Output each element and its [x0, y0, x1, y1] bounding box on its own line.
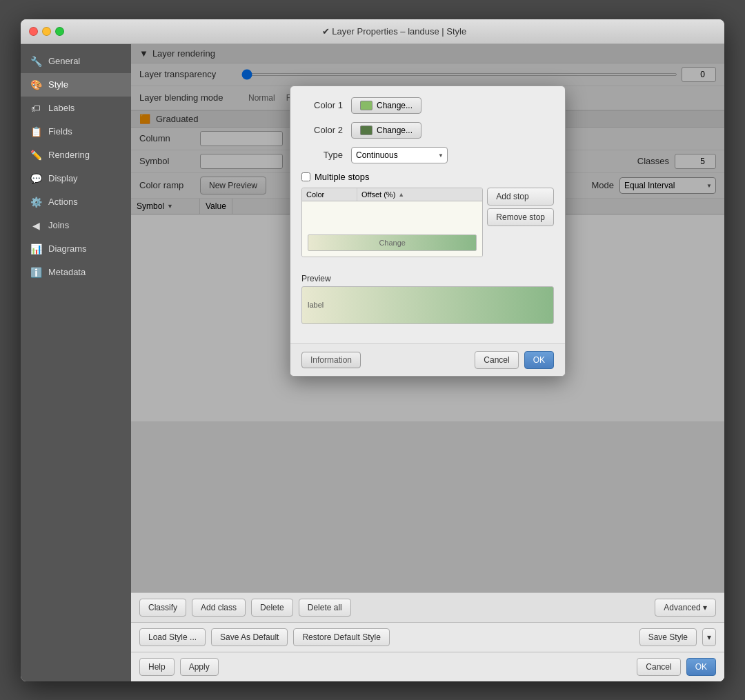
color1-row: Color 1 Change...: [301, 97, 554, 114]
type-select-wrapper: Continuous Discrete Random: [351, 147, 448, 163]
add-class-button[interactable]: Add class: [192, 599, 246, 617]
apply-button[interactable]: Apply: [180, 658, 219, 676]
ok-dialog-button[interactable]: OK: [524, 351, 554, 369]
type-label: Type: [301, 150, 343, 160]
save-style-arrow-button[interactable]: ▾: [702, 628, 716, 646]
sidebar-label-joins: Joins: [48, 220, 69, 230]
cancel-button[interactable]: Cancel: [637, 658, 680, 676]
load-style-button[interactable]: Load Style ...: [139, 628, 206, 646]
sidebar-item-style[interactable]: 🎨 Style: [21, 73, 131, 97]
color1-label: Color 1: [301, 100, 343, 110]
sidebar-item-joins[interactable]: ◀ Joins: [21, 214, 131, 237]
color2-swatch: [360, 126, 372, 135]
style-icon: 🎨: [29, 78, 43, 92]
multiple-stops-checkbox[interactable]: [301, 172, 310, 181]
type-select[interactable]: Continuous Discrete Random: [351, 147, 448, 163]
delete-button[interactable]: Delete: [251, 599, 293, 617]
color1-button-label: Change...: [377, 101, 413, 110]
metadata-icon: ℹ️: [29, 266, 43, 279]
stops-color-header: Color: [302, 188, 357, 201]
sidebar-item-display[interactable]: 💬 Display: [21, 167, 131, 190]
close-button[interactable]: [29, 27, 38, 36]
classify-button[interactable]: Classify: [139, 599, 186, 617]
information-button[interactable]: Information: [301, 352, 361, 368]
sidebar-label-display: Display: [48, 173, 78, 183]
sidebar-label-rendering: Rendering: [48, 150, 90, 160]
stops-color-label: Color: [306, 190, 324, 199]
window-buttons: [29, 27, 64, 36]
advanced-button[interactable]: Advanced ▾: [655, 599, 716, 617]
stops-change-hint: Change: [379, 239, 406, 247]
main-content: ▼ Layer rendering Layer transparency Lay…: [131, 44, 724, 681]
style-toolbar: Load Style ... Save As Default Restore D…: [131, 622, 724, 652]
sidebar-label-fields: Fields: [48, 126, 72, 137]
diagrams-icon: 📊: [29, 242, 43, 256]
cancel-dialog-button[interactable]: Cancel: [475, 351, 518, 369]
joins-icon: ◀: [29, 219, 43, 232]
actions-icon: ⚙️: [29, 195, 43, 209]
sidebar-item-labels[interactable]: 🏷 Labels: [21, 97, 131, 120]
sidebar-item-fields[interactable]: 📋 Fields: [21, 120, 131, 143]
sidebar-label-metadata: Metadata: [48, 267, 86, 277]
dialog-body: Color 1 Change... Color 2: [290, 86, 565, 343]
stops-sort-arrow: ▲: [398, 191, 404, 198]
general-icon: 🔧: [29, 54, 43, 68]
multiple-stops-row: Multiple stops: [301, 172, 554, 182]
preview-label: Preview: [301, 274, 554, 283]
stops-offset-header: Offset (%) ▲: [357, 188, 482, 201]
preview-gradient: label: [301, 286, 554, 324]
color2-change-button[interactable]: Change...: [351, 122, 421, 139]
remove-stop-button[interactable]: Remove stop: [487, 208, 554, 226]
maximize-button[interactable]: [55, 27, 64, 36]
color1-swatch: [360, 101, 372, 110]
window-body: 🔧 General 🎨 Style 🏷 Labels 📋 Fields ✏️ R…: [21, 44, 724, 681]
type-row: Type Continuous Discrete Random: [301, 147, 554, 163]
action-toolbar: Help Apply Cancel OK: [131, 652, 724, 681]
help-button[interactable]: Help: [139, 658, 175, 676]
delete-all-button[interactable]: Delete all: [299, 599, 351, 617]
sidebar-item-general[interactable]: 🔧 General: [21, 50, 131, 73]
color2-button-label: Change...: [377, 126, 413, 135]
sidebar-item-metadata[interactable]: ℹ️ Metadata: [21, 261, 131, 284]
preview-section: Preview label: [301, 274, 554, 324]
sidebar-item-diagrams[interactable]: 📊 Diagrams: [21, 237, 131, 261]
sidebar-label-style: Style: [48, 79, 68, 90]
save-as-default-button[interactable]: Save As Default: [211, 628, 288, 646]
sidebar-label-general: General: [48, 56, 80, 66]
save-style-button[interactable]: Save Style: [639, 628, 697, 646]
stops-table: Color Offset (%) ▲: [301, 188, 483, 257]
sidebar-label-diagrams: Diagrams: [48, 243, 87, 254]
multiple-stops-label: Multiple stops: [315, 172, 369, 182]
fields-icon: 📋: [29, 125, 43, 139]
add-stop-button[interactable]: Add stop: [487, 188, 554, 206]
color1-change-button[interactable]: Change...: [351, 97, 421, 114]
dialog-footer: Information Cancel OK: [290, 343, 565, 376]
display-icon: 💬: [29, 172, 43, 186]
color-ramp-dialog: Color 1 Change... Color 2: [290, 86, 566, 377]
stops-table-body: Change: [302, 201, 482, 257]
preview-sub-label: label: [308, 301, 324, 309]
title-bar: ✔ Layer Properties – landuse | Style: [21, 19, 724, 44]
sidebar-label-labels: Labels: [48, 103, 74, 113]
main-window: ✔ Layer Properties – landuse | Style 🔧 G…: [21, 19, 724, 681]
sidebar-label-actions: Actions: [48, 197, 78, 207]
sidebar: 🔧 General 🎨 Style 🏷 Labels 📋 Fields ✏️ R…: [21, 44, 131, 681]
color2-row: Color 2 Change...: [301, 122, 554, 139]
stops-offset-label: Offset (%): [361, 190, 395, 199]
dialog-overlay: Color 1 Change... Color 2: [131, 44, 724, 592]
color2-label: Color 2: [301, 125, 343, 135]
ok-button[interactable]: OK: [686, 658, 716, 676]
restore-default-button[interactable]: Restore Default Style: [293, 628, 389, 646]
sidebar-item-actions[interactable]: ⚙️ Actions: [21, 190, 131, 214]
minimize-button[interactable]: [42, 27, 51, 36]
classify-toolbar: Classify Add class Delete Delete all Adv…: [131, 592, 724, 622]
stops-gradient-preview: Change: [308, 234, 477, 251]
stops-table-header: Color Offset (%) ▲: [302, 188, 482, 201]
content-area: ▼ Layer rendering Layer transparency Lay…: [131, 44, 724, 592]
window-title: ✔ Layer Properties – landuse | Style: [72, 26, 716, 37]
sidebar-item-rendering[interactable]: ✏️ Rendering: [21, 143, 131, 167]
labels-icon: 🏷: [29, 101, 43, 115]
stops-table-container: Color Offset (%) ▲: [301, 188, 483, 266]
stops-side-buttons: Add stop Remove stop: [487, 188, 554, 266]
stops-container: Color Offset (%) ▲: [301, 188, 554, 266]
